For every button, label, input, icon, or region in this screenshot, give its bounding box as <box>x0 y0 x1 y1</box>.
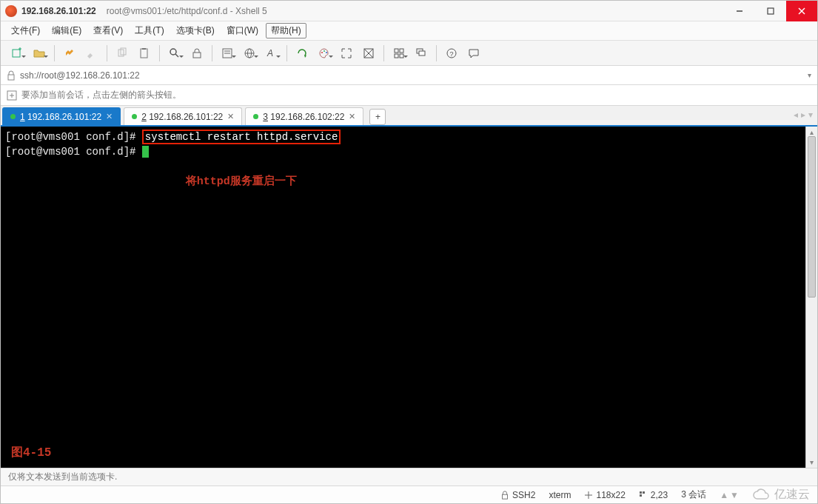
highlight-button[interactable] <box>81 44 102 63</box>
status-bar: SSH2 xterm 118x22 2,23 3 会话 ▲▼ 亿速云 <box>1 485 817 503</box>
copy-button[interactable] <box>112 44 133 63</box>
fullscreen-button[interactable] <box>336 44 357 63</box>
app-icon <box>5 5 17 17</box>
status-dot-icon <box>253 114 258 119</box>
svg-rect-13 <box>193 53 201 58</box>
tab-number: 3 <box>263 112 268 122</box>
svg-rect-37 <box>503 494 508 499</box>
menu-help[interactable]: 帮助(H) <box>266 23 306 38</box>
tab-label: 192.168.26.101:22 <box>149 112 223 122</box>
svg-rect-27 <box>395 54 398 58</box>
tab-number: 2 <box>141 112 147 122</box>
scroll-up-icon[interactable]: ▴ <box>810 128 814 136</box>
encoding-button[interactable] <box>239 44 260 63</box>
status-cursor-pos: 2,23 <box>639 490 668 500</box>
terminal[interactable]: [root@vms001 conf.d]# systemctl restart … <box>1 127 805 468</box>
tabs-menu-icon[interactable]: ▾ <box>808 110 813 120</box>
address-text: ssh://root@192.168.26.101:22 <box>20 70 808 81</box>
address-dropdown-icon[interactable]: ▾ <box>808 71 811 79</box>
transparency-button[interactable] <box>358 44 379 63</box>
menu-edit[interactable]: 编辑(E) <box>47 23 86 38</box>
figure-label: 图4-15 <box>11 446 51 460</box>
new-session-button[interactable] <box>7 44 27 63</box>
scroll-down-icon[interactable]: ▾ <box>810 458 814 466</box>
minimize-button[interactable] <box>724 1 755 21</box>
svg-point-21 <box>321 52 323 53</box>
status-sessions: 3 会话 <box>681 488 706 501</box>
refresh-button[interactable] <box>292 44 312 63</box>
properties-button[interactable] <box>217 44 238 63</box>
tab-close-icon[interactable]: ✕ <box>106 112 113 121</box>
svg-rect-4 <box>13 50 20 57</box>
menu-tabs[interactable]: 选项卡(B) <box>172 23 219 38</box>
svg-rect-9 <box>141 49 147 58</box>
lock-screen-button[interactable] <box>187 44 207 63</box>
tab-close-icon[interactable]: ✕ <box>349 112 355 121</box>
status-dot-icon <box>132 114 137 119</box>
menu-file[interactable]: 文件(F) <box>7 23 44 38</box>
svg-rect-26 <box>400 49 403 53</box>
status-protocol: SSH2 <box>500 490 535 500</box>
tabs-next-icon[interactable]: ▸ <box>801 110 805 120</box>
svg-rect-33 <box>8 75 14 80</box>
paste-button[interactable] <box>134 44 155 63</box>
scroll-thumb[interactable] <box>808 136 816 298</box>
menu-view[interactable]: 查看(V) <box>89 23 127 38</box>
open-folder-button[interactable] <box>29 44 50 63</box>
tab-close-icon[interactable]: ✕ <box>227 112 234 121</box>
footer-hint-text: 仅将文本发送到当前选项卡. <box>8 471 117 483</box>
svg-rect-10 <box>142 48 146 50</box>
tabs-prev-icon[interactable]: ◂ <box>794 110 798 120</box>
tabs-nav: ◂ ▸ ▾ <box>794 110 813 120</box>
toolbar: A ? <box>1 41 817 66</box>
title-bar: 192.168.26.101:22 root@vms001:/etc/httpd… <box>1 1 817 21</box>
lock-icon <box>7 70 16 81</box>
svg-rect-30 <box>419 51 425 56</box>
svg-point-11 <box>170 49 176 55</box>
down-arrow-icon[interactable]: ▼ <box>730 490 739 500</box>
menu-window[interactable]: 窗口(W) <box>222 23 263 38</box>
cascade-button[interactable] <box>411 44 432 63</box>
watermark: 亿速云 <box>752 487 810 503</box>
status-arrows: ▲▼ <box>720 490 739 500</box>
session-tab-2[interactable]: 2 192.168.26.101:22 ✕ <box>124 107 242 125</box>
maximize-button[interactable] <box>755 1 786 21</box>
menu-tools[interactable]: 工具(T) <box>130 23 168 38</box>
session-tabs-row: 1 192.168.26.101:22 ✕ 2 192.168.26.101:2… <box>1 106 817 127</box>
tab-label: 192.168.26.101:22 <box>27 112 101 122</box>
close-button[interactable] <box>786 1 817 21</box>
reconnect-button[interactable] <box>59 44 80 63</box>
session-tab-1[interactable]: 1 192.168.26.101:22 ✕ <box>2 107 121 125</box>
add-session-icon[interactable] <box>7 90 17 101</box>
hint-text: 要添加当前会话，点击左侧的箭头按钮。 <box>21 89 181 101</box>
window-title-main: 192.168.26.101:22 <box>21 6 96 16</box>
vertical-scrollbar[interactable]: ▴ ▾ <box>805 127 817 468</box>
cloud-icon <box>752 488 771 502</box>
session-tab-3[interactable]: 3 192.168.26.102:22 ✕ <box>245 107 363 125</box>
position-icon <box>639 491 648 500</box>
new-tab-button[interactable]: + <box>369 109 386 125</box>
tile-button[interactable] <box>389 44 409 63</box>
terminal-prompt: [root@vms001 conf.d]# <box>5 146 142 158</box>
font-button[interactable]: A <box>261 44 282 63</box>
help-button[interactable]: ? <box>441 44 462 63</box>
status-termtype: xterm <box>549 490 571 500</box>
menu-bar: 文件(F) 编辑(E) 查看(V) 工具(T) 选项卡(B) 窗口(W) 帮助(… <box>1 21 817 41</box>
svg-text:A: A <box>266 48 273 58</box>
palette-button[interactable] <box>314 44 335 63</box>
up-arrow-icon[interactable]: ▲ <box>720 490 728 500</box>
status-size: 118x22 <box>584 490 625 500</box>
svg-rect-25 <box>395 49 398 53</box>
lock-icon <box>500 491 509 500</box>
chat-button[interactable] <box>463 44 484 63</box>
svg-rect-39 <box>643 491 645 494</box>
address-bar[interactable]: ssh://root@192.168.26.101:22 ▾ <box>1 66 817 85</box>
cursor-icon <box>142 146 149 158</box>
tab-number: 1 <box>20 112 25 122</box>
hint-bar: 要添加当前会话，点击左侧的箭头按钮。 <box>1 85 817 106</box>
search-button[interactable] <box>164 44 185 63</box>
scroll-track[interactable] <box>806 136 817 458</box>
window-title-sub: root@vms001:/etc/httpd/conf.d - Xshell 5 <box>107 6 267 16</box>
tab-label: 192.168.26.102:22 <box>270 112 344 122</box>
svg-point-23 <box>326 52 327 53</box>
